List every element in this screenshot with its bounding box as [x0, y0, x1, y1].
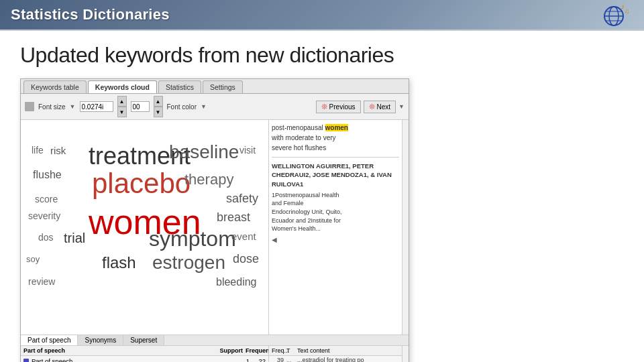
- pos-table: Part of speech Support Frequency Part of…: [21, 346, 269, 362]
- word-cloud: treatmentbaselineplacebotherapywomensymp…: [25, 124, 264, 330]
- tab-bar: Keywords table Keywords cloud Statistics…: [21, 79, 409, 94]
- font-size-label: Font size: [38, 103, 66, 111]
- tab-statistics[interactable]: Statistics: [158, 80, 201, 93]
- bottom-table-area: Part of speech Support Frequency Part of…: [21, 346, 409, 362]
- result-text: ...estradiol for treating po: [297, 357, 399, 362]
- affiliation-line-5: Women's Health...: [272, 225, 399, 233]
- results-table: Freq... T Text content 39 ... ...estradi…: [269, 346, 402, 362]
- cloud-word: soy: [26, 255, 40, 263]
- text-pre-highlight: post-menopausal: [272, 124, 325, 131]
- pos-col-header: Part of speech: [23, 347, 217, 354]
- tab-keywords-table[interactable]: Keywords table: [23, 80, 87, 93]
- freq-col-header: Frequency: [246, 347, 266, 354]
- pos-label: Part of speech: [32, 357, 233, 362]
- cloud-word: therapy: [184, 172, 233, 187]
- cloud-word: placebo: [92, 170, 191, 198]
- font-val-down[interactable]: ▼: [154, 107, 163, 117]
- divider1: [272, 157, 399, 158]
- bottom-tab-bar: Part of speech Synonyms Superset: [21, 335, 409, 346]
- svg-text:♫: ♫: [625, 7, 630, 15]
- main-content: Updated keywords from new dictionaries K…: [0, 31, 644, 362]
- t-header: T: [286, 347, 294, 354]
- text-content: post-menopausal women with moderate to v…: [272, 123, 399, 153]
- font-size-down[interactable]: ▼: [117, 107, 127, 117]
- cloud-word: severity: [28, 211, 60, 221]
- font-value-input[interactable]: [131, 101, 150, 112]
- prev-button[interactable]: ❊ Previous: [316, 101, 361, 113]
- list-item[interactable]: 39 ... ...estradiol for treating po: [269, 356, 402, 362]
- cloud-word: dose: [233, 253, 259, 265]
- prev-arrow-icon: ❊: [321, 103, 327, 111]
- page-subtitle: Updated keywords from new dictionaries: [20, 43, 394, 68]
- result-num: 39: [272, 357, 284, 362]
- next-button[interactable]: ❊ Next: [364, 101, 396, 113]
- cloud-word: review: [28, 277, 55, 286]
- right-panel: post-menopausal women with moderate to v…: [269, 120, 402, 335]
- cloud-word: flash: [102, 255, 136, 271]
- dropdown-arrow-icon[interactable]: ▼: [398, 103, 405, 110]
- pos-freq: 22: [252, 357, 266, 362]
- app-window: Keywords table Keywords cloud Statistics…: [20, 78, 409, 362]
- cloud-word: estrogen: [152, 253, 225, 272]
- text-line2: with moderate to very: [272, 134, 336, 141]
- nav-buttons: ❊ Previous ❊ Next ▼: [316, 101, 405, 113]
- pos-icon: [23, 359, 29, 363]
- text-highlight-women: women: [325, 124, 348, 131]
- cloud-word: breast: [217, 211, 250, 223]
- affiliation-line-2: and Female: [272, 199, 399, 208]
- tab-settings[interactable]: Settings: [203, 80, 243, 93]
- app-body: treatmentbaselineplacebotherapywomensymp…: [21, 120, 409, 335]
- tab-keywords-cloud[interactable]: Keywords cloud: [88, 80, 157, 93]
- page-title: Statistics Dictionaries: [11, 6, 170, 23]
- cloud-word: symptom: [149, 228, 236, 249]
- font-size-up[interactable]: ▲: [117, 96, 127, 107]
- toolbar: Font size ▼ ▲ ▼ ▲ ▼ Font color ▼ ❊ Previ…: [21, 94, 409, 120]
- table-row: Part of speech 1 22: [21, 356, 268, 362]
- affiliation-line-1: 1Postmenopausal Health: [272, 191, 399, 200]
- text-content-header: Text content: [297, 347, 330, 354]
- tab-synonyms[interactable]: Synonyms: [78, 335, 123, 345]
- bottom-panel: Part of speech Synonyms Superset Part of…: [21, 335, 409, 362]
- font-val-up[interactable]: ▲: [154, 96, 163, 107]
- cloud-word: score: [35, 194, 58, 204]
- cloud-word: trial: [64, 231, 85, 245]
- cloud-word: flushe: [33, 170, 62, 180]
- affiliation-line-4: Ecuador and 2Institute for: [272, 217, 399, 225]
- logo-icon: ♪ ♫: [598, 2, 633, 27]
- result-dots: ...: [286, 357, 294, 362]
- results-scrollbar[interactable]: [402, 346, 409, 362]
- results-header: Freq... T Text content: [269, 346, 402, 356]
- word-cloud-panel: treatmentbaselineplacebotherapywomensymp…: [21, 120, 269, 335]
- tab-part-of-speech[interactable]: Part of speech: [21, 335, 78, 345]
- cloud-word: baseline: [169, 143, 239, 162]
- support-col-header: Support: [220, 347, 244, 354]
- author-info: WELLINGTON AGUIRRE1, PETER CHEDRAUI2, JO…: [272, 162, 399, 188]
- header-bar: Statistics Dictionaries ♪ ♫: [0, 0, 644, 31]
- cloud-word: visit: [239, 145, 256, 155]
- right-panel-scrollbar[interactable]: [402, 120, 409, 335]
- affiliation-info: 1Postmenopausal Health and Female Endocr…: [272, 191, 399, 233]
- cloud-word: life: [32, 145, 44, 155]
- tab-superset[interactable]: Superset: [123, 335, 164, 345]
- text-line3: severe hot flushes: [272, 144, 326, 152]
- pos-table-header: Part of speech Support Frequency: [21, 346, 268, 356]
- next-arrow-icon: ❊: [369, 103, 375, 111]
- cloud-word: event: [231, 231, 256, 241]
- font-color-label: Font color: [167, 103, 197, 111]
- results-rows: 39 ... ...estradiol for treating po 21 .…: [269, 356, 402, 362]
- cloud-word: bleeding: [216, 277, 257, 288]
- pos-support: 1: [236, 357, 250, 362]
- cloud-word: safety: [226, 192, 258, 204]
- font-size-input[interactable]: [80, 101, 113, 112]
- cloud-word: risk: [50, 145, 66, 156]
- cloud-word: dos: [38, 233, 54, 242]
- freq-header: Freq...: [272, 347, 284, 354]
- scroll-down-icon[interactable]: ◀: [272, 236, 399, 243]
- font-icon: [25, 102, 34, 111]
- affiliation-line-3: Endocrinology Unit, Quito,: [272, 208, 399, 217]
